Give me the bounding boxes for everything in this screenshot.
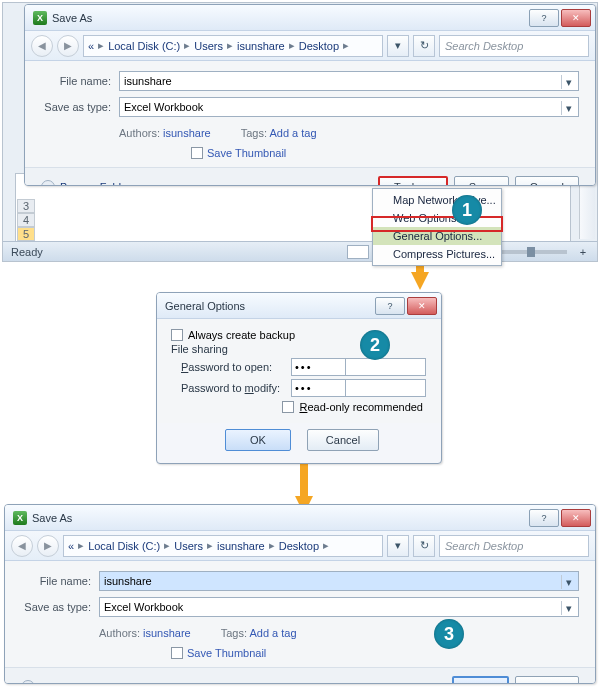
tags-label: Tags: xyxy=(241,127,267,139)
password-open-label: Password to open: xyxy=(181,361,291,373)
arrow-1-head xyxy=(411,272,429,290)
save-as-dialog-2: XSave As ? ✕ ◀ ▶ «▸ Local Disk (C:)▸ Use… xyxy=(4,504,596,684)
tools-button[interactable]: Tools ▼ xyxy=(378,176,448,186)
menu-map-network-drive[interactable]: Map Network Drive... xyxy=(373,191,501,209)
breadcrumb-dropdown-2[interactable]: ▾ xyxy=(387,535,409,557)
go-cancel-button[interactable]: Cancel xyxy=(307,429,379,451)
save-as-dialog-1: XSave As ? ✕ ◀ ▶ «▸ Local Disk (C:)▸ Use… xyxy=(24,4,596,186)
menu-compress-pictures[interactable]: Compress Pictures... xyxy=(373,245,501,263)
search-input-2[interactable]: Search Desktop xyxy=(439,535,589,557)
save-as-type-field-2[interactable]: Excel Workbook▾ xyxy=(99,597,579,617)
save-thumbnail-label: Save Thumbnail xyxy=(207,147,286,159)
save-as-type-label-2: Save as type: xyxy=(21,601,91,613)
close-icon-2[interactable]: ✕ xyxy=(561,509,591,527)
go-title: General Options xyxy=(165,300,245,312)
tags-label-2: Tags: xyxy=(221,627,247,639)
chevron-down-icon: ▼ xyxy=(424,183,432,187)
cancel-button-2[interactable]: Cancel xyxy=(515,676,579,684)
save-button-1[interactable]: Save xyxy=(454,176,509,186)
refresh-icon-2[interactable]: ↻ xyxy=(413,535,435,557)
tools-button-2[interactable]: Tools ▼ xyxy=(402,681,440,684)
save-as-type-label: Save as type: xyxy=(41,101,111,113)
authors-label-2: Authors: xyxy=(99,627,140,639)
save-button-2[interactable]: Save xyxy=(452,676,509,684)
menu-general-options[interactable]: General Options... xyxy=(373,227,501,245)
browse-folders[interactable]: ▾Browse Folders xyxy=(41,180,136,186)
row-5[interactable]: 5 xyxy=(17,227,35,241)
tags-value[interactable]: Add a tag xyxy=(269,127,316,139)
search-input[interactable]: Search Desktop xyxy=(439,35,589,57)
save-as-type-field[interactable]: Excel Workbook▾ xyxy=(119,97,579,117)
authors-label: Authors: xyxy=(119,127,160,139)
callout-2: 2 xyxy=(360,330,390,360)
browse-folders-2[interactable]: ▾Browse Folders xyxy=(21,680,116,684)
password-open-input[interactable] xyxy=(291,358,346,376)
readonly-checkbox[interactable] xyxy=(282,401,294,413)
callout-3: 3 xyxy=(434,619,464,649)
nav-forward[interactable]: ▶ xyxy=(57,35,79,57)
tools-menu: Map Network Drive... Web Options... Gene… xyxy=(372,188,502,266)
window-title-2: Save As xyxy=(32,512,72,524)
help-icon-2[interactable]: ? xyxy=(529,509,559,527)
row-3[interactable]: 3 xyxy=(17,199,35,213)
row-4[interactable]: 4 xyxy=(17,213,35,227)
nav-back-2[interactable]: ◀ xyxy=(11,535,33,557)
save-thumbnail-label-2: Save Thumbnail xyxy=(187,647,266,659)
general-options-dialog: General Options ? ✕ Always create backup… xyxy=(156,292,442,464)
callout-1: 1 xyxy=(452,195,482,225)
window-title: Save As xyxy=(52,12,92,24)
nav-back[interactable]: ◀ xyxy=(31,35,53,57)
always-backup-checkbox[interactable] xyxy=(171,329,183,341)
readonly-label: Read-only recommended xyxy=(299,401,423,413)
breadcrumb-2[interactable]: «▸ Local Disk (C:)▸ Users▸ isunshare▸ De… xyxy=(63,535,383,557)
cancel-button-1[interactable]: Cancel xyxy=(515,176,579,186)
file-name-label-2: File name: xyxy=(21,575,91,587)
always-backup-label: Always create backup xyxy=(188,329,295,341)
view-normal[interactable] xyxy=(347,245,369,259)
go-close-icon[interactable]: ✕ xyxy=(407,297,437,315)
chevron-down-icon-2: ▼ xyxy=(432,683,440,685)
refresh-icon[interactable]: ↻ xyxy=(413,35,435,57)
password-modify-extra[interactable] xyxy=(346,379,426,397)
breadcrumb-dropdown[interactable]: ▾ xyxy=(387,35,409,57)
save-thumbnail-checkbox-2[interactable] xyxy=(171,647,183,659)
password-modify-label: Password to modify: xyxy=(181,382,291,394)
go-help-icon[interactable]: ? xyxy=(375,297,405,315)
arrow-2-shaft xyxy=(300,464,308,496)
breadcrumb[interactable]: «▸ Local Disk (C:)▸ Users▸ isunshare▸ De… xyxy=(83,35,383,57)
status-ready: Ready xyxy=(11,246,43,258)
file-name-field-2[interactable]: isunshare▾ xyxy=(99,571,579,591)
file-name-field[interactable]: isunshare▾ xyxy=(119,71,579,91)
excel-icon: X xyxy=(33,11,47,25)
help-icon[interactable]: ? xyxy=(529,9,559,27)
close-icon[interactable]: ✕ xyxy=(561,9,591,27)
zoom-in[interactable]: + xyxy=(577,246,589,258)
tags-value-2[interactable]: Add a tag xyxy=(249,627,296,639)
go-ok-button[interactable]: OK xyxy=(225,429,291,451)
excel-icon-2: X xyxy=(13,511,27,525)
authors-value-2[interactable]: isunshare xyxy=(143,627,191,639)
file-name-label: File name: xyxy=(41,75,111,87)
authors-value[interactable]: isunshare xyxy=(163,127,211,139)
save-thumbnail-checkbox[interactable] xyxy=(191,147,203,159)
password-open-extra[interactable] xyxy=(346,358,426,376)
password-modify-input[interactable] xyxy=(291,379,346,397)
nav-forward-2[interactable]: ▶ xyxy=(37,535,59,557)
